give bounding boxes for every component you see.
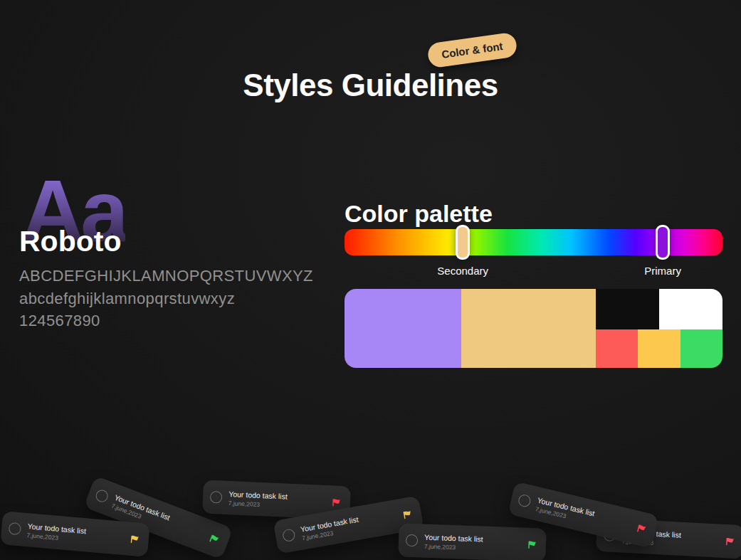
flag-icon bbox=[725, 536, 736, 547]
swatch-primary-purple bbox=[345, 289, 461, 368]
font-name: Roboto bbox=[19, 225, 121, 258]
todo-checkbox-circle bbox=[406, 534, 419, 547]
lowercase-row: abcdefghijklamnopqrstuvwxyz bbox=[19, 287, 313, 310]
swatch-red bbox=[596, 329, 638, 368]
todo-checkbox-circle bbox=[94, 488, 110, 504]
primary-label: Primary bbox=[644, 265, 681, 277]
secondary-slider-handle[interactable] bbox=[456, 225, 470, 260]
flag-icon bbox=[401, 508, 414, 520]
secondary-label: Secondary bbox=[437, 265, 488, 277]
todo-checkbox-circle bbox=[9, 522, 21, 535]
flag-icon bbox=[635, 522, 648, 535]
page-title: Styles Guidelines bbox=[0, 68, 741, 103]
flag-icon bbox=[207, 532, 221, 546]
swatch-secondary-sand bbox=[461, 289, 596, 368]
uppercase-row: ABCDEFGHIJKLAMNOPQRSTUVWXYZ bbox=[19, 265, 313, 287]
todo-card: Your todo task list 7,june,2023 bbox=[398, 523, 547, 560]
flag-icon bbox=[527, 539, 538, 551]
swatch-amber bbox=[638, 329, 680, 368]
color-font-badge: Color & font bbox=[426, 31, 517, 68]
swatch-black bbox=[596, 289, 659, 329]
flag-icon bbox=[129, 534, 140, 545]
palette-heading: Color palette bbox=[345, 200, 493, 228]
todo-checkbox-circle bbox=[210, 491, 223, 504]
todo-checkbox-circle bbox=[517, 493, 532, 507]
numerals-row: 124567890 bbox=[19, 310, 313, 332]
swatch-board bbox=[345, 289, 722, 368]
hue-slider-track[interactable]: Secondary Primary bbox=[345, 229, 722, 255]
swatch-right-group bbox=[596, 289, 722, 368]
swatch-white bbox=[659, 289, 722, 329]
todo-date: 7,june,2023 bbox=[424, 542, 520, 553]
flag-icon bbox=[331, 497, 342, 508]
font-character-set: ABCDEFGHIJKLAMNOPQRSTUVWXYZ abcdefghijkl… bbox=[19, 265, 313, 332]
todo-checkbox-circle bbox=[282, 528, 296, 542]
primary-slider-handle[interactable] bbox=[656, 225, 670, 260]
swatch-green bbox=[680, 329, 722, 368]
